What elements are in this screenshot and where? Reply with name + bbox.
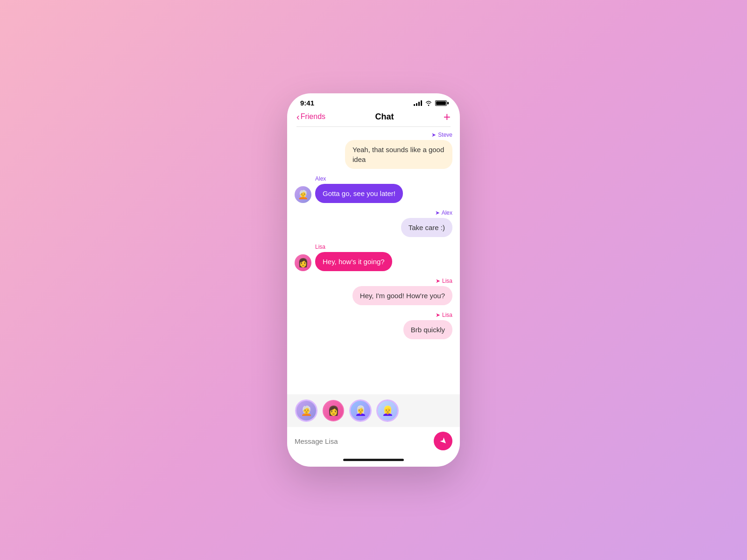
sender-arrow-alex-out: ➤: [435, 210, 440, 216]
home-indicator: [287, 456, 460, 467]
back-chevron-icon: ‹: [296, 112, 300, 121]
nav-title: Chat: [375, 112, 394, 122]
back-label: Friends: [301, 112, 325, 121]
contact-avatar-1: 🧑‍🦳: [296, 400, 317, 421]
sender-label-alex-out: ➤ Alex: [295, 210, 452, 216]
message-text-alex-out: Take care :): [409, 224, 445, 231]
battery-icon: [435, 100, 447, 106]
message-row-steve: Yeah, that sounds like a good idea: [295, 140, 452, 169]
message-row-lisa-out1: Hey, I'm good! How're you?: [295, 286, 452, 305]
sender-arrow-lisa-out1: ➤: [436, 278, 440, 284]
sender-name-lisa-out2: Lisa: [442, 312, 452, 318]
avatar-lisa-emoji: 👩: [298, 258, 308, 268]
sender-name-alex-out: Alex: [442, 210, 452, 216]
sender-arrow-steve: ➤: [431, 132, 436, 138]
message-group-lisa-in: Lisa 👩 Hey, how's it going?: [295, 244, 452, 271]
message-bubble-steve: Yeah, that sounds like a good idea: [345, 140, 452, 169]
message-row-lisa-in: 👩 Hey, how's it going?: [295, 252, 452, 271]
phone-frame: 9:41 ‹ Friends Chat + ➤: [287, 93, 460, 467]
message-group-alex-in: Alex 🧑‍🦳 Gotta go, see you later!: [295, 175, 452, 203]
sender-name-lisa-out1: Lisa: [442, 278, 452, 284]
contact-avatar-1-emoji: 🧑‍🦳: [301, 405, 312, 416]
message-group-lisa-out1: ➤ Lisa Hey, I'm good! How're you?: [295, 278, 452, 305]
message-group-lisa-out2: ➤ Lisa Brb quickly: [295, 312, 452, 339]
add-button[interactable]: +: [444, 111, 451, 123]
status-bar: 9:41: [287, 93, 460, 109]
sender-label-steve: ➤ Steve: [295, 132, 452, 138]
message-bubble-lisa-out1: Hey, I'm good! How're you?: [352, 286, 452, 305]
sender-name-steve: Steve: [438, 132, 452, 138]
contact-item-3[interactable]: 👩‍🦳: [347, 398, 374, 423]
send-icon: ➤: [437, 435, 450, 447]
status-time: 9:41: [300, 99, 314, 107]
messages-area: ➤ Steve Yeah, that sounds like a good id…: [287, 127, 460, 395]
contact-avatar-4-emoji: 👱‍♀️: [382, 405, 394, 416]
contact-item-2[interactable]: 👩: [320, 398, 347, 423]
status-icons: [414, 100, 447, 106]
message-text-lisa-out2: Brb quickly: [411, 326, 445, 334]
signal-icon: [414, 100, 422, 106]
message-text-lisa-in: Hey, how's it going?: [323, 258, 385, 266]
message-row-alex-in: 🧑‍🦳 Gotta go, see you later!: [295, 184, 452, 203]
avatar-alex: 🧑‍🦳: [295, 186, 311, 203]
contacts-strip: 🧑‍🦳 👩 👩‍🦳 👱‍♀️: [287, 394, 460, 427]
sender-arrow-lisa-out2: ➤: [436, 312, 440, 318]
sender-label-lisa-out1: ➤ Lisa: [295, 278, 452, 284]
message-bubble-lisa-in: Hey, how's it going?: [315, 252, 392, 271]
contact-item-1[interactable]: 🧑‍🦳: [293, 398, 320, 423]
avatar-alex-emoji: 🧑‍🦳: [298, 189, 308, 200]
back-button[interactable]: ‹ Friends: [296, 112, 325, 121]
message-text-alex-in: Gotta go, see you later!: [323, 189, 395, 197]
message-input[interactable]: [295, 437, 429, 445]
wifi-icon: [425, 100, 432, 106]
input-area: ➤: [287, 427, 460, 456]
contact-avatar-2: 👩: [323, 400, 344, 421]
message-bubble-lisa-out2: Brb quickly: [403, 320, 452, 339]
battery-fill: [436, 101, 446, 105]
contact-avatar-2-emoji: 👩: [328, 405, 339, 416]
sender-label-alex-in: Alex: [315, 175, 452, 182]
message-group-steve: ➤ Steve Yeah, that sounds like a good id…: [295, 132, 452, 169]
avatar-lisa: 👩: [295, 254, 311, 271]
message-row-lisa-out2: Brb quickly: [295, 320, 452, 339]
home-bar: [343, 459, 404, 461]
message-row-alex-out: Take care :): [295, 218, 452, 237]
contact-avatar-3: 👩‍🦳: [350, 400, 371, 421]
sender-name-lisa-in: Lisa: [315, 244, 325, 250]
sender-label-lisa-out2: ➤ Lisa: [295, 312, 452, 318]
message-bubble-alex-in: Gotta go, see you later!: [315, 184, 403, 203]
sender-label-lisa-in: Lisa: [315, 244, 452, 250]
send-button[interactable]: ➤: [434, 432, 452, 450]
message-group-alex-out: ➤ Alex Take care :): [295, 210, 452, 237]
contact-item-4[interactable]: 👱‍♀️: [374, 398, 401, 423]
message-text-lisa-out1: Hey, I'm good! How're you?: [360, 292, 445, 300]
message-bubble-alex-out: Take care :): [401, 218, 452, 237]
contact-avatar-4: 👱‍♀️: [377, 400, 398, 421]
contact-avatar-3-emoji: 👩‍🦳: [355, 405, 366, 416]
sender-name-alex-in: Alex: [315, 175, 326, 182]
message-text-steve: Yeah, that sounds like a good idea: [352, 146, 444, 163]
nav-bar: ‹ Friends Chat +: [287, 109, 460, 126]
